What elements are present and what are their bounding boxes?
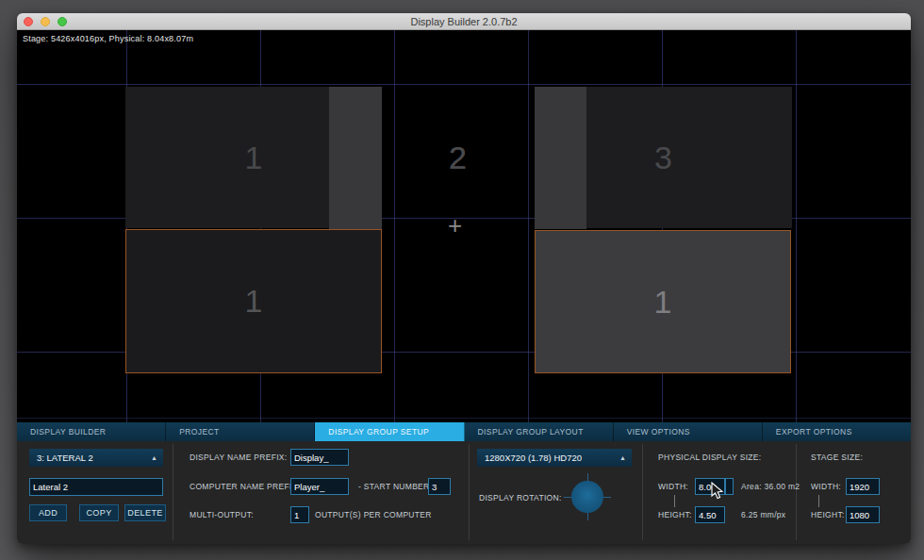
rotation-dial[interactable] bbox=[571, 481, 603, 513]
multi-output-suffix-label: OUTPUT(S) PER COMPUTER bbox=[315, 510, 432, 519]
display-number: 1 bbox=[245, 283, 263, 320]
display-number: 1 bbox=[245, 140, 263, 176]
section-divider bbox=[796, 444, 797, 540]
tab-export-options[interactable]: EXPORT OPTIONS bbox=[763, 422, 911, 441]
display-group-select[interactable]: 3: LATERAL 2 ▲ bbox=[29, 449, 163, 467]
stage-height-label: HEIGHT: bbox=[811, 510, 845, 519]
tab-project[interactable]: PROJECT bbox=[166, 422, 315, 441]
grid-line bbox=[796, 30, 797, 422]
group-name-input[interactable] bbox=[29, 478, 163, 496]
aspect-link-line bbox=[818, 495, 819, 507]
tab-display-group-layout[interactable]: DISPLAY GROUP LAYOUT bbox=[465, 422, 614, 441]
physical-height-input[interactable] bbox=[695, 506, 725, 523]
add-button[interactable]: ADD bbox=[29, 504, 67, 521]
section-divider bbox=[642, 444, 643, 540]
stage-canvas[interactable]: 1 2 3 2 1 1 + Stage: 5426x bbox=[17, 30, 911, 422]
start-number-label: - START NUMBER: bbox=[358, 482, 432, 491]
density-text: 6.25 mm/px bbox=[741, 510, 785, 519]
computer-name-prefix-label: COMPUTER NAME PREFIX: bbox=[190, 482, 300, 491]
display-number-overlay: 2 bbox=[329, 87, 586, 228]
physical-width-label: WIDTH: bbox=[658, 482, 688, 491]
stage-info-text: Stage: 5426x4016px, Physical: 8.04x8.07m bbox=[23, 34, 193, 43]
tab-display-group-setup[interactable]: DISPLAY GROUP SETUP bbox=[315, 422, 464, 441]
window-title: Display Builder 2.0.7b2 bbox=[17, 16, 911, 27]
area-text: Area: 36.00 m2 bbox=[741, 482, 800, 491]
display-number: 1 bbox=[654, 284, 672, 321]
section-divider bbox=[173, 444, 173, 540]
physical-display-size-title: PHYSICAL DISPLAY SIZE: bbox=[658, 453, 761, 462]
width-stepper[interactable] bbox=[725, 478, 734, 495]
display-region-bottom-right-selected[interactable]: 1 bbox=[535, 230, 791, 373]
display-rotation-label: DISPLAY ROTATION: bbox=[479, 493, 562, 502]
stage-height-input[interactable] bbox=[846, 506, 880, 523]
grid-line bbox=[17, 418, 911, 419]
desktop: Display Builder 2.0.7b2 1 2 3 bbox=[0, 0, 924, 560]
copy-button[interactable]: COPY bbox=[79, 504, 119, 521]
settings-panel: 3: LATERAL 2 ▲ ADD COPY DELETE DISPLAY N… bbox=[17, 441, 911, 544]
resolution-select[interactable]: 1280X720 (1.78) HD720 ▲ bbox=[477, 449, 632, 467]
dropdown-caret-icon: ▲ bbox=[151, 449, 157, 467]
display-name-prefix-input[interactable] bbox=[290, 449, 349, 466]
display-name-prefix-label: DISPLAY NAME PREFIX: bbox=[190, 453, 287, 462]
multi-output-input[interactable] bbox=[290, 506, 309, 523]
tab-view-options[interactable]: VIEW OPTIONS bbox=[614, 422, 763, 441]
stage-width-label: WIDTH: bbox=[811, 482, 841, 491]
start-number-input[interactable] bbox=[428, 478, 451, 495]
app-window: Display Builder 2.0.7b2 1 2 3 bbox=[17, 13, 911, 544]
physical-height-label: HEIGHT: bbox=[658, 510, 692, 519]
delete-button[interactable]: DELETE bbox=[124, 504, 166, 521]
stage-size-title: STAGE SIZE: bbox=[811, 453, 863, 462]
multi-output-label: MULTI-OUTPUT: bbox=[190, 510, 254, 519]
tab-display-builder[interactable]: DISPLAY BUILDER bbox=[17, 422, 166, 441]
tab-bar: DISPLAY BUILDER PROJECT DISPLAY GROUP SE… bbox=[17, 422, 911, 441]
titlebar: Display Builder 2.0.7b2 bbox=[17, 13, 911, 30]
stage-center-marker: + bbox=[448, 213, 462, 238]
physical-width-input[interactable] bbox=[695, 478, 725, 495]
display-region-bottom-left-selected[interactable]: 1 bbox=[125, 229, 382, 373]
dropdown-caret-icon: ▲ bbox=[619, 449, 626, 467]
stage-width-input[interactable] bbox=[846, 478, 880, 495]
section-divider bbox=[469, 444, 470, 540]
aspect-link-line bbox=[674, 495, 675, 507]
computer-name-prefix-input[interactable] bbox=[290, 478, 349, 495]
grid-line bbox=[17, 84, 911, 85]
display-number: 3 bbox=[654, 140, 672, 176]
